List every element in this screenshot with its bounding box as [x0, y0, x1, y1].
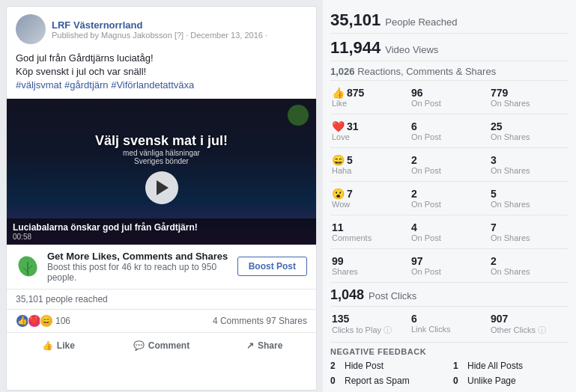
reaction-onshares-label: On Shares	[491, 99, 567, 108]
negative-feedback-section: NEGATIVE FEEDBACK 2Hide Post1Hide All Po…	[330, 343, 569, 391]
reaction-cell-onshares: 7 On Shares	[489, 219, 569, 245]
neg-num: 1	[453, 361, 464, 371]
post-card: LRF Västernorrland Published by Magnus J…	[6, 6, 317, 391]
negative-feedback-title: NEGATIVE FEEDBACK	[330, 347, 569, 359]
comments-shares: 4 Comments 97 Shares	[213, 316, 307, 326]
reactions-count: 106	[55, 316, 213, 326]
post-meta: LRF Västernorrland Published by Magnus J…	[52, 19, 307, 40]
reaction-num: 11	[332, 221, 408, 233]
reaction-cell-onshares: 2 On Shares	[489, 253, 569, 278]
reaction-onpost-label: On Post	[411, 267, 488, 276]
boost-section: Get More Likes, Comments and Shares Boos…	[7, 245, 316, 290]
click-num: 907	[491, 313, 567, 325]
reaction-cell-main: 😄 5 Haha	[330, 152, 410, 177]
reactions-section-header: 1,026 Reactions, Comments & Shares	[330, 61, 569, 81]
reaction-onshares-num: 779	[491, 87, 567, 99]
reaction-value: 31	[347, 120, 359, 132]
post-clicks-label: Post Clicks	[369, 290, 416, 301]
reaction-label: Haha	[332, 166, 408, 175]
like-action-label: Like	[57, 340, 75, 351]
video-views-stat: 11,944 Video Views	[330, 34, 569, 61]
reaction-emoji-icon: 😮	[332, 188, 345, 200]
post-line2: Köp svenskt i jul och var snäll!	[16, 65, 307, 79]
people-reached-stat: 35,101 People Reached	[330, 6, 569, 34]
click-cell: 135 Clicks to Play ⓘ	[330, 310, 410, 338]
reaction-onshares-num: 7	[491, 221, 567, 233]
play-icon	[157, 180, 169, 195]
share-action-icon: ↗	[246, 340, 254, 351]
negative-feedback-item: 2Hide Post	[330, 359, 446, 373]
reaction-row: 11 Comments 4 On Post 7 On Shares	[330, 215, 569, 249]
negative-feedback-item: 0Unlike Page	[453, 374, 569, 388]
reaction-onpost-label: On Post	[411, 200, 488, 209]
haha-reaction-icon: 😄	[40, 314, 53, 328]
reaction-cell-main: 99 Shares	[330, 253, 410, 278]
post-hashtags[interactable]: #väljsvmat #gårdtjärn #Viförlandetattväx…	[16, 79, 194, 91]
leaf-icon	[16, 254, 40, 278]
reaction-cell-main: ❤️ 31 Love	[330, 118, 410, 144]
video-caption-text: Luciabalarna önskar god jul från Gårdtjä…	[13, 222, 310, 233]
comment-action[interactable]: 💬 Comment	[110, 336, 213, 355]
reaction-row: 99 Shares 97 On Post 2 On Shares	[330, 249, 569, 283]
post-clicks-num: 1,048	[330, 287, 364, 303]
neg-label: Hide Post	[345, 361, 384, 371]
reaction-onshares-num: 25	[491, 120, 567, 132]
reaction-label: Love	[332, 132, 408, 141]
actions-bar: 👍 Like 💬 Comment ↗ Share	[7, 332, 316, 358]
neg-num: 0	[453, 376, 464, 386]
reaction-label: Wow	[332, 200, 408, 209]
reaction-cell-onpost: 2 On Post	[410, 186, 489, 211]
post-header: LRF Västernorrland Published by Magnus J…	[7, 7, 316, 49]
lrf-badge	[288, 105, 309, 126]
reaction-label: Shares	[332, 267, 408, 276]
reaction-onpost-num: 2	[411, 154, 488, 166]
reaction-onshares-label: On Shares	[491, 200, 567, 209]
reaction-label: Comments	[332, 233, 408, 242]
video-subtitle: med vänliga hälsningar	[123, 149, 200, 157]
avatar	[16, 14, 46, 44]
reach-bar: 35,101 people reached	[7, 290, 316, 310]
post-video[interactable]: Välj svensk mat i jul! med vänliga hälsn…	[7, 99, 316, 245]
info-icon[interactable]: ⓘ	[538, 325, 546, 334]
reaction-cell-onpost: 96 On Post	[410, 85, 489, 110]
boost-button[interactable]: Boost Post	[237, 257, 307, 276]
reaction-value: 99	[332, 255, 344, 267]
negative-feedback-item: 0Report as Spam	[330, 374, 446, 388]
reaction-num: ❤️ 31	[332, 120, 408, 132]
reaction-onshares-label: On Shares	[491, 267, 567, 276]
reaction-onshares-num: 5	[491, 188, 567, 200]
video-views-label: Video Views	[385, 44, 438, 55]
neg-label: Report as Spam	[345, 376, 410, 386]
post-line1: God jul från Gårdtjärns luciatåg!	[16, 52, 307, 65]
reaction-onpost-label: On Post	[411, 132, 488, 141]
post-author[interactable]: LRF Västernorrland	[52, 19, 307, 31]
reaction-onpost-label: On Post	[411, 166, 488, 175]
reaction-cell-main: 😮 7 Wow	[330, 186, 410, 211]
comment-action-label: Comment	[148, 340, 190, 351]
people-reached-num: 35,101	[330, 10, 381, 30]
reactions-bar: 👍 ❤️ 😄 106 4 Comments 97 Shares	[7, 310, 316, 332]
like-action[interactable]: 👍 Like	[7, 336, 110, 355]
reaction-onshares-label: On Shares	[491, 132, 567, 141]
info-icon[interactable]: ⓘ	[384, 325, 392, 334]
reaction-onpost-label: On Post	[411, 99, 488, 108]
reaction-num: 😄 5	[332, 154, 408, 166]
reaction-onpost-label: On Post	[411, 233, 488, 242]
reaction-num: 👍 875	[332, 87, 408, 99]
video-title: Välj svensk mat i jul!	[95, 133, 228, 149]
reaction-emoji-icon: 😄	[332, 154, 345, 166]
reaction-value: 875	[347, 87, 364, 99]
reaction-onpost-num: 96	[411, 87, 488, 99]
reactions-total-num: 1,026	[330, 66, 355, 77]
reaction-icons: 👍 ❤️ 😄	[16, 314, 52, 328]
people-reached-label: People Reached	[385, 16, 457, 28]
negative-feedback-item: 1Hide All Posts	[453, 359, 569, 373]
share-action[interactable]: ↗ Share	[213, 336, 316, 355]
reaction-cell-main: 11 Comments	[330, 219, 410, 245]
reaction-row: 😄 5 Haha 2 On Post 3 On Shares	[330, 148, 569, 182]
reaction-row: 😮 7 Wow 2 On Post 5 On Shares	[330, 182, 569, 215]
play-button[interactable]	[145, 171, 178, 204]
reaction-value: 5	[347, 154, 353, 166]
reaction-onpost-num: 97	[411, 255, 488, 267]
neg-num: 0	[330, 376, 341, 386]
